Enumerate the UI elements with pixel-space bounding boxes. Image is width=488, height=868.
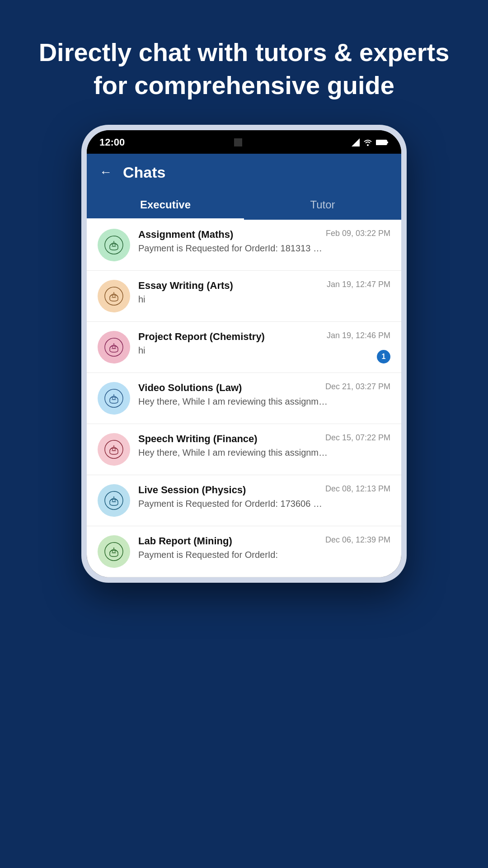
svg-point-7 bbox=[105, 338, 123, 356]
chat-content: Speech Writing (Finance) Dec 15, 07:22 P… bbox=[138, 433, 390, 458]
svg-rect-2 bbox=[387, 142, 388, 143]
svg-point-8 bbox=[113, 346, 115, 349]
hero-text: Directly chat with tutors & experts for … bbox=[36, 36, 452, 102]
chat-preview: Hey there, While I am reviewing this ass… bbox=[138, 396, 328, 407]
avatar bbox=[98, 331, 130, 363]
signal-icon bbox=[352, 138, 360, 146]
chat-time: Dec 21, 03:27 PM bbox=[325, 382, 390, 392]
chat-time: Jan 19, 12:46 PM bbox=[327, 331, 390, 340]
chat-title: Project Report (Chemistry) bbox=[138, 331, 322, 343]
chat-content: Live Session (Physics) Dec 08, 12:13 PM … bbox=[138, 484, 390, 509]
app-header: ← Chats bbox=[87, 154, 401, 191]
chat-preview: hi bbox=[138, 294, 328, 305]
tab-executive[interactable]: Executive bbox=[87, 191, 244, 220]
chat-content: Assignment (Maths) Feb 09, 03:22 PM Paym… bbox=[138, 229, 390, 254]
wifi-icon bbox=[363, 139, 372, 146]
svg-point-9 bbox=[105, 389, 123, 407]
chat-title: Speech Writing (Finance) bbox=[138, 433, 321, 445]
svg-point-5 bbox=[105, 287, 123, 305]
tabs-bar: Executive Tutor bbox=[87, 191, 401, 220]
svg-marker-0 bbox=[352, 138, 360, 146]
avatar bbox=[98, 535, 130, 568]
svg-point-6 bbox=[113, 295, 115, 297]
chat-content: Lab Report (Mining) Dec 06, 12:39 PM Pay… bbox=[138, 535, 390, 560]
chat-time: Dec 15, 07:22 PM bbox=[325, 433, 390, 443]
svg-point-16 bbox=[113, 550, 115, 553]
chat-title: Video Solutions (Law) bbox=[138, 382, 321, 394]
chat-time: Dec 08, 12:13 PM bbox=[325, 484, 390, 494]
chat-time: Feb 09, 03:22 PM bbox=[326, 229, 390, 238]
svg-point-15 bbox=[105, 542, 123, 561]
avatar bbox=[98, 280, 130, 312]
svg-point-10 bbox=[113, 397, 115, 400]
svg-point-13 bbox=[105, 491, 123, 509]
phone-mockup: 12:00 bbox=[81, 125, 407, 583]
chat-title: Essay Writing (Arts) bbox=[138, 280, 322, 292]
chat-content: Essay Writing (Arts) Jan 19, 12:47 PM hi bbox=[138, 280, 390, 305]
chat-list: Assignment (Maths) Feb 09, 03:22 PM Paym… bbox=[87, 220, 401, 577]
chat-content: Video Solutions (Law) Dec 21, 03:27 PM H… bbox=[138, 382, 390, 407]
chat-content: Project Report (Chemistry) Jan 19, 12:46… bbox=[138, 331, 390, 356]
svg-point-3 bbox=[105, 236, 123, 254]
svg-point-11 bbox=[105, 440, 123, 458]
unread-badge: 1 bbox=[377, 350, 390, 363]
avatar bbox=[98, 382, 130, 415]
battery-icon bbox=[376, 139, 389, 146]
chat-item[interactable]: Assignment (Maths) Feb 09, 03:22 PM Paym… bbox=[87, 220, 401, 271]
chat-item[interactable]: Speech Writing (Finance) Dec 15, 07:22 P… bbox=[87, 424, 401, 475]
avatar bbox=[98, 433, 130, 466]
tab-tutor[interactable]: Tutor bbox=[244, 191, 401, 220]
chat-preview: Payment is Requested for OrderId: 181313… bbox=[138, 243, 328, 254]
chat-preview: Hey there, While I am reviewing this ass… bbox=[138, 448, 328, 458]
avatar bbox=[98, 484, 130, 517]
chat-item[interactable]: Video Solutions (Law) Dec 21, 03:27 PM H… bbox=[87, 373, 401, 424]
chat-preview: hi bbox=[138, 345, 328, 356]
chat-time: Jan 19, 12:47 PM bbox=[327, 280, 390, 289]
status-time: 12:00 bbox=[99, 137, 125, 148]
chat-title: Live Session (Physics) bbox=[138, 484, 321, 496]
svg-point-12 bbox=[113, 448, 115, 451]
chat-item[interactable]: Live Session (Physics) Dec 08, 12:13 PM … bbox=[87, 475, 401, 526]
chat-item[interactable]: Lab Report (Mining) Dec 06, 12:39 PM Pay… bbox=[87, 526, 401, 577]
svg-rect-1 bbox=[376, 140, 387, 145]
header-title: Chats bbox=[123, 164, 165, 181]
chat-preview: Payment is Requested for OrderId: bbox=[138, 550, 328, 560]
status-icons bbox=[352, 138, 389, 146]
chat-item[interactable]: Project Report (Chemistry) Jan 19, 12:46… bbox=[87, 322, 401, 373]
hero-section: Directly chat with tutors & experts for … bbox=[0, 0, 488, 125]
svg-point-14 bbox=[113, 499, 115, 502]
back-button[interactable]: ← bbox=[99, 165, 112, 179]
chat-title: Lab Report (Mining) bbox=[138, 535, 321, 547]
chat-preview: Payment is Requested for OrderId: 173606… bbox=[138, 499, 328, 509]
status-bar: 12:00 bbox=[87, 130, 401, 154]
chat-time: Dec 06, 12:39 PM bbox=[325, 535, 390, 545]
chat-item[interactable]: Essay Writing (Arts) Jan 19, 12:47 PM hi bbox=[87, 271, 401, 322]
chat-title: Assignment (Maths) bbox=[138, 229, 321, 241]
svg-point-4 bbox=[113, 244, 115, 246]
avatar bbox=[98, 229, 130, 261]
